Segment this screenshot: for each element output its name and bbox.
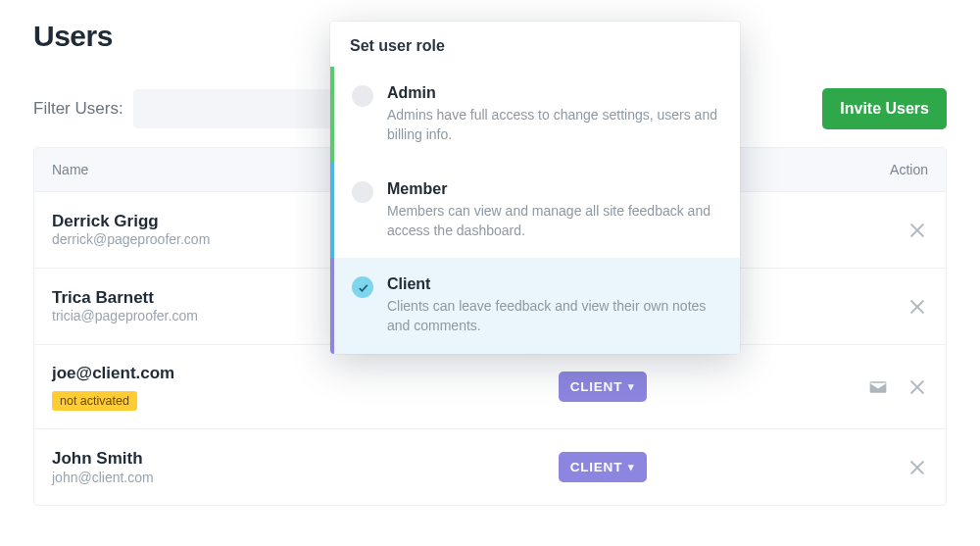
role-pill-label: CLIENT: [570, 460, 623, 474]
role-option-title: Client: [387, 275, 718, 293]
filter-label: Filter Users:: [33, 99, 123, 119]
remove-user-icon[interactable]: [906, 376, 928, 398]
invite-users-button[interactable]: Invite Users: [822, 88, 947, 129]
role-select-button[interactable]: CLIENT ▾: [559, 452, 647, 482]
role-option-title: Admin: [387, 84, 718, 102]
remove-user-icon[interactable]: [906, 296, 928, 318]
role-option-desc: Members can view and manage all site fee…: [387, 201, 718, 241]
role-select-button[interactable]: CLIENT ▾: [559, 372, 647, 402]
user-name: Trica Barnett: [52, 287, 375, 308]
resend-invite-icon[interactable]: [867, 376, 889, 398]
col-header-action: Action: [850, 162, 928, 177]
user-email: tricia@pageproofer.com: [52, 308, 375, 325]
role-option-title: Member: [387, 180, 718, 198]
user-email: derrick@pageproofer.com: [52, 231, 375, 249]
filter-input[interactable]: [133, 89, 339, 128]
table-row: John Smith john@client.com CLIENT ▾: [34, 428, 946, 505]
remove-user-icon[interactable]: [906, 457, 928, 478]
radio-icon: [352, 85, 373, 107]
user-name: joe@client.com: [52, 363, 375, 383]
remove-user-icon[interactable]: [906, 220, 928, 241]
user-email: john@client.com: [52, 470, 375, 487]
table-row: joe@client.com not activated CLIENT ▾: [34, 344, 946, 428]
chevron-down-icon: ▾: [628, 380, 635, 393]
not-activated-badge: not activated: [52, 391, 137, 411]
role-option-desc: Clients can leave feedback and view thei…: [387, 296, 718, 336]
set-role-popover: Set user role Admin Admins have full acc…: [330, 22, 740, 354]
user-name: John Smith: [52, 448, 375, 469]
radio-icon: [352, 181, 373, 203]
radio-checked-icon: [352, 276, 373, 298]
role-option-admin[interactable]: Admin Admins have full access to change …: [330, 67, 740, 163]
chevron-down-icon: ▾: [628, 461, 635, 473]
user-name: Derrick Grigg: [52, 211, 375, 231]
popover-title: Set user role: [330, 22, 740, 67]
role-pill-label: CLIENT: [570, 379, 623, 394]
role-option-member[interactable]: Member Members can view and manage all s…: [330, 163, 740, 259]
role-option-desc: Admins have full access to change settin…: [387, 105, 718, 145]
role-option-client[interactable]: Client Clients can leave feedback and vi…: [330, 258, 740, 354]
